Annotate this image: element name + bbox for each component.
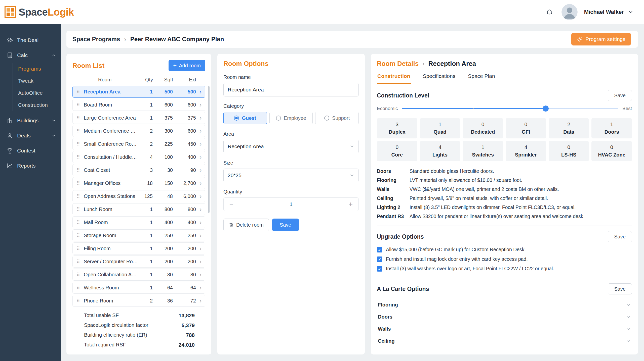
accordion-row[interactable]: Ceiling — [377, 335, 632, 347]
sidebar-item-calc[interactable]: Calc — [0, 48, 61, 63]
upgrade-option[interactable]: Allow $15,000 (before GC mark up) for Cu… — [377, 247, 632, 252]
room-sqft: 150 — [153, 180, 173, 186]
table-row[interactable]: ⠿ Consultation / Huddle Ro... 4 100 400 … — [72, 151, 205, 163]
drag-handle-icon[interactable]: ⠿ — [73, 128, 84, 134]
table-row[interactable]: ⠿ Large Conference Area 1 375 375 › — [72, 112, 205, 124]
tab[interactable]: Specifications — [422, 71, 456, 84]
chevron-right-icon: › — [196, 193, 205, 199]
drag-handle-icon[interactable]: ⠿ — [73, 259, 84, 265]
construction-save-button[interactable]: Save — [608, 90, 632, 101]
table-row[interactable]: ⠿ Server / Computer Room 1 200 200 › — [72, 255, 205, 268]
brand-logo[interactable]: SpaceLogik — [5, 6, 74, 18]
drag-handle-icon[interactable]: ⠿ — [73, 167, 84, 173]
sidebar-item-buildings[interactable]: Buildings — [0, 113, 61, 128]
table-row[interactable]: ⠿ Storage Room 1 250 250 › — [72, 229, 205, 241]
drag-handle-icon[interactable]: ⠿ — [73, 207, 84, 212]
summary-label: Total required RSF — [84, 342, 126, 348]
accordion-row[interactable]: Flooring — [377, 299, 632, 311]
upgrade-option[interactable]: Install (3) wall washers over logo or ar… — [377, 266, 632, 272]
notifications-button[interactable] — [544, 7, 555, 18]
accordion-row[interactable]: Doors — [377, 311, 632, 323]
room-details-title[interactable]: Room Details — [377, 60, 419, 68]
tab[interactable]: Space Plan — [467, 71, 495, 84]
stat-card: 2 Data — [549, 118, 589, 138]
summary-label: Building efficiency ratio (ER) — [84, 332, 147, 338]
tab[interactable]: Construction — [377, 71, 411, 84]
add-room-button[interactable]: + Add room — [169, 60, 205, 71]
quantity-increase-button[interactable]: + — [343, 201, 358, 208]
stat-card: 4 Lights — [420, 141, 460, 161]
room-name: Small Conference Room — [84, 141, 140, 147]
table-row[interactable]: ⠿ Medium Conference Room 2 300 600 › — [72, 125, 205, 137]
table-row[interactable]: ⠿ Small Conference Room 2 225 450 › — [72, 138, 205, 150]
drag-handle-icon[interactable]: ⠿ — [73, 285, 84, 291]
summary-value: 5,379 — [181, 322, 195, 328]
drag-handle-icon[interactable]: ⠿ — [73, 298, 84, 304]
table-row[interactable]: ⠿ Filing Room 1 200 200 › — [72, 242, 205, 254]
room-name: Medium Conference Room — [84, 128, 140, 134]
sidebar-subitem[interactable]: Construction — [16, 99, 61, 111]
alacarte-save-button[interactable]: Save — [608, 283, 632, 294]
sidebar-subitem[interactable]: Tweak — [16, 75, 61, 87]
room-name-input[interactable] — [223, 83, 359, 96]
checkbox-icon[interactable] — [377, 247, 382, 252]
upgrade-save-button[interactable]: Save — [608, 231, 632, 242]
drag-handle-icon[interactable]: ⠿ — [73, 89, 84, 95]
area-select[interactable]: Reception Area — [223, 140, 359, 153]
deals-icon — [7, 132, 13, 139]
category-option[interactable]: Support — [315, 112, 359, 124]
spec-term: Pendant R3 — [377, 214, 410, 219]
summary-value: 13,829 — [179, 313, 195, 319]
summary-value: 788 — [186, 332, 195, 338]
table-row[interactable]: ⠿ Phone Room 2 36 72 › — [72, 295, 205, 307]
checkbox-icon[interactable] — [377, 256, 382, 262]
chevron-down-icon — [626, 327, 631, 332]
category-option[interactable]: Employee — [269, 112, 313, 124]
sidebar-subitem[interactable]: Programs — [16, 63, 61, 75]
breadcrumb-space-programs[interactable]: Space Programs — [72, 36, 120, 43]
chevron-right-icon: › — [196, 284, 205, 291]
drag-handle-icon[interactable]: ⠿ — [73, 233, 84, 238]
user-menu[interactable]: Michael Walker — [584, 9, 633, 15]
avatar[interactable] — [561, 4, 578, 20]
sidebar-item-contest[interactable]: Contest — [0, 143, 61, 158]
table-row[interactable]: ⠿ Wellness Room 1 64 64 › — [72, 282, 205, 294]
table-row[interactable]: ⠿ Open Address Stations 125 48 6,000 › — [72, 190, 205, 202]
drag-handle-icon[interactable]: ⠿ — [73, 102, 84, 108]
drag-handle-icon[interactable]: ⠿ — [73, 193, 84, 199]
sidebar-item-reports[interactable]: Reports — [0, 158, 61, 173]
drag-handle-icon[interactable]: ⠿ — [73, 141, 84, 147]
table-row[interactable]: ⠿ Open Collaboration Area 1 80 80 › — [72, 269, 205, 281]
table-row[interactable]: ⠿ Reception Area 1 500 500 › — [72, 86, 205, 98]
table-row[interactable]: ⠿ Board Room 1 600 600 › — [72, 99, 205, 111]
room-name: Open Collaboration Area — [84, 272, 140, 278]
scrollbar-thumb[interactable] — [208, 86, 210, 213]
slider-handle[interactable] — [543, 106, 549, 112]
program-settings-button[interactable]: Program settings — [571, 33, 631, 45]
drag-handle-icon[interactable]: ⠿ — [73, 220, 84, 225]
save-button[interactable]: Save — [272, 219, 299, 231]
checkbox-icon[interactable] — [377, 266, 382, 272]
trash-icon — [229, 222, 234, 227]
drag-handle-icon[interactable]: ⠿ — [73, 180, 84, 186]
room-name: Mail Room — [84, 220, 140, 225]
drag-handle-icon[interactable]: ⠿ — [73, 154, 84, 160]
drag-handle-icon[interactable]: ⠿ — [73, 246, 84, 251]
chevron-down-icon — [51, 133, 56, 138]
upgrade-option[interactable]: Furnish and install mag lock door entry … — [377, 256, 632, 262]
size-select[interactable]: 20*25 — [223, 169, 359, 182]
delete-room-button[interactable]: Delete room — [223, 219, 269, 231]
table-row[interactable]: ⠿ Mail Room 1 400 400 › — [72, 216, 205, 228]
sidebar-item-deals[interactable]: Deals — [0, 128, 61, 143]
sidebar-subitem[interactable]: AutoOffice — [16, 87, 61, 99]
sidebar-item-the-deal[interactable]: The Deal — [0, 33, 61, 48]
table-row[interactable]: ⠿ Manager Offices 18 150 2,700 › — [72, 177, 205, 189]
quantity-decrease-button[interactable]: − — [224, 201, 239, 208]
drag-handle-icon[interactable]: ⠿ — [73, 272, 84, 278]
drag-handle-icon[interactable]: ⠿ — [73, 115, 84, 121]
category-option[interactable]: Guest — [223, 112, 267, 124]
slider-track[interactable] — [402, 106, 618, 112]
table-row[interactable]: ⠿ Coat Closet 3 30 90 › — [72, 164, 205, 176]
accordion-row[interactable]: Walls — [377, 323, 632, 335]
table-row[interactable]: ⠿ Lunch Room 1 800 800 › — [72, 203, 205, 215]
